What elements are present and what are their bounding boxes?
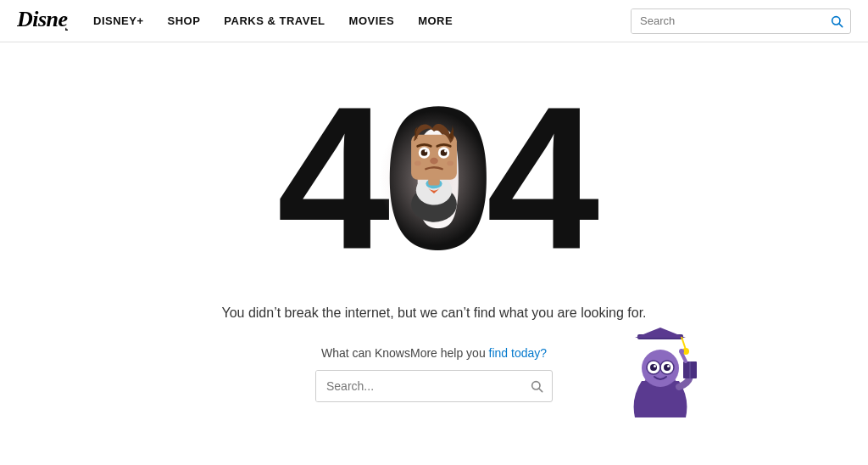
knows-more-search-bar (315, 370, 553, 402)
svg-point-15 (415, 161, 421, 166)
nav-disney-plus[interactable]: DISNEY+ (93, 14, 144, 27)
svg-point-14 (430, 158, 438, 165)
svg-point-29 (654, 365, 656, 367)
error-display: 4 0 (0, 59, 868, 297)
main-content: 4 0 (0, 42, 868, 402)
header-search-button[interactable] (823, 9, 850, 33)
svg-marker-20 (635, 328, 686, 338)
nav-movies[interactable]: MOVIES (349, 14, 395, 27)
header-search-input[interactable] (632, 9, 823, 33)
digit-zero: 0 (381, 76, 486, 280)
disney-logo[interactable]: Disney (17, 3, 68, 39)
knows-more-section: What can KnowsMore help you find today? (0, 346, 868, 402)
svg-point-30 (667, 365, 670, 367)
ralph-character (387, 115, 481, 225)
error-message: You didn’t break the internet, but we ca… (221, 305, 646, 321)
svg-point-35 (679, 349, 684, 354)
digit-4-left: 4 (277, 76, 381, 280)
find-today-link[interactable]: find today? (489, 346, 548, 360)
svg-point-16 (447, 161, 453, 166)
ralph-svg (392, 119, 476, 225)
svg-line-18 (539, 389, 542, 392)
error-404: 4 0 (277, 76, 591, 280)
search-icon (830, 14, 843, 28)
header-search-bar (631, 8, 851, 34)
svg-line-21 (682, 337, 686, 350)
site-header: Disney DISNEY+ SHOP PARKS & TRAVEL MOVIE… (0, 0, 868, 42)
search-icon-small (530, 379, 543, 393)
svg-point-13 (444, 150, 447, 153)
knows-more-character (622, 326, 698, 411)
main-nav: DISNEY+ SHOP PARKS & TRAVEL MOVIES MORE (93, 14, 453, 27)
nav-parks-travel[interactable]: PARKS & TRAVEL (224, 14, 325, 27)
knows-more-search-input[interactable] (316, 371, 521, 401)
svg-line-2 (839, 24, 843, 27)
knows-more-question: What can KnowsMore help you find today? (321, 346, 547, 360)
knows-more-svg (622, 326, 698, 419)
svg-point-10 (425, 150, 427, 153)
nav-more[interactable]: MORE (418, 14, 453, 27)
svg-point-28 (664, 364, 670, 371)
svg-text:Disney: Disney (17, 6, 68, 31)
digit-4-right: 4 (487, 76, 591, 280)
nav-shop[interactable]: SHOP (168, 14, 201, 27)
knows-more-search-button[interactable] (521, 371, 552, 401)
svg-point-27 (650, 364, 657, 371)
